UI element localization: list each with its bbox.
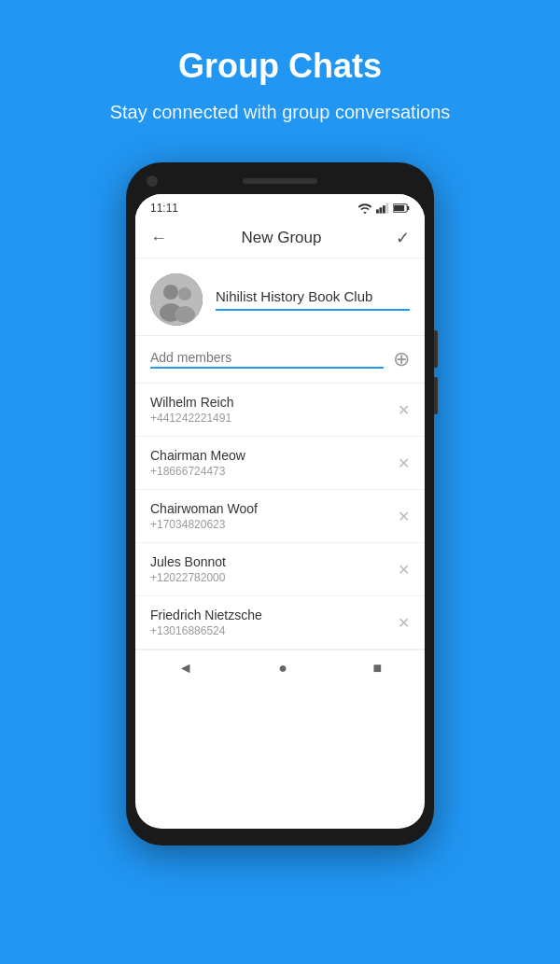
member-info: Jules Bonnot +12022782000 — [150, 554, 226, 584]
member-item: Chairwoman Woof +17034820623 ✕ — [135, 490, 425, 543]
avatar-placeholder — [150, 273, 203, 326]
remove-member-button[interactable]: ✕ — [398, 561, 410, 579]
status-time: 11:11 — [150, 202, 178, 215]
member-item: Chairman Meow +18666724473 ✕ — [135, 437, 425, 490]
add-member-icon[interactable]: ⊕ — [393, 347, 410, 371]
app-bar: ← New Group ✓ — [135, 218, 425, 258]
svg-point-8 — [163, 285, 178, 300]
back-nav-icon[interactable]: ◄ — [178, 660, 193, 677]
svg-point-10 — [178, 287, 191, 300]
phone-notch — [135, 175, 425, 194]
back-button[interactable]: ← — [150, 229, 167, 248]
member-name: Jules Bonnot — [150, 554, 226, 569]
confirm-button[interactable]: ✓ — [396, 228, 410, 248]
battery-icon — [393, 203, 410, 214]
phone-mockup: 11:11 — [0, 162, 560, 845]
group-name-input[interactable] — [216, 288, 410, 304]
wifi-icon — [357, 203, 372, 214]
svg-rect-0 — [376, 209, 379, 213]
remove-member-button[interactable]: ✕ — [398, 401, 410, 419]
status-icons — [357, 203, 410, 214]
page-title: Group Chats — [56, 47, 504, 86]
member-name: Chairwoman Woof — [150, 501, 258, 516]
volume-button — [434, 377, 438, 414]
power-button — [434, 330, 438, 368]
member-info: Chairwoman Woof +17034820623 — [150, 501, 258, 531]
phone-frame: 11:11 — [126, 162, 434, 845]
member-name: Chairman Meow — [150, 448, 245, 463]
nav-bar: ◄ ● ■ — [135, 650, 425, 686]
front-camera — [147, 175, 158, 187]
add-members-row[interactable]: ⊕ — [135, 336, 425, 384]
home-nav-icon[interactable]: ● — [278, 660, 287, 677]
phone-speaker — [243, 178, 317, 184]
member-info: Wilhelm Reich +441242221491 — [150, 395, 233, 425]
member-info: Friedrich Nietzsche +13016886524 — [150, 608, 262, 637]
member-phone: +441242221491 — [150, 412, 233, 425]
svg-point-11 — [175, 306, 195, 323]
group-info-row — [135, 258, 425, 336]
member-name: Wilhelm Reich — [150, 395, 233, 410]
status-bar: 11:11 — [135, 194, 425, 218]
member-phone: +12022782000 — [150, 571, 226, 584]
member-list: Wilhelm Reich +441242221491 ✕ Chairman M… — [135, 384, 425, 650]
svg-rect-5 — [407, 206, 409, 210]
member-name: Friedrich Nietzsche — [150, 608, 262, 622]
phone-screen: 11:11 — [135, 194, 425, 829]
svg-rect-1 — [380, 207, 383, 213]
svg-rect-6 — [394, 205, 404, 211]
member-item: Friedrich Nietzsche +13016886524 ✕ — [135, 596, 425, 650]
svg-rect-3 — [386, 203, 389, 213]
add-members-input[interactable] — [150, 350, 384, 369]
remove-member-button[interactable]: ✕ — [398, 454, 410, 472]
member-item: Wilhelm Reich +441242221491 ✕ — [135, 384, 425, 437]
recents-nav-icon[interactable]: ■ — [373, 660, 383, 677]
group-avatar-image — [150, 273, 203, 326]
header-section: Group Chats Stay connected with group co… — [0, 0, 560, 153]
group-avatar[interactable] — [150, 273, 203, 326]
signal-icon — [376, 203, 389, 214]
member-phone: +13016886524 — [150, 624, 262, 637]
remove-member-button[interactable]: ✕ — [398, 614, 410, 632]
member-phone: +17034820623 — [150, 518, 258, 531]
group-name-wrapper — [216, 288, 410, 311]
page-subtitle: Stay connected with group conversations — [56, 99, 504, 125]
app-bar-title: New Group — [242, 229, 322, 247]
svg-rect-2 — [383, 205, 385, 213]
member-item: Jules Bonnot +12022782000 ✕ — [135, 543, 425, 596]
member-phone: +18666724473 — [150, 465, 245, 478]
remove-member-button[interactable]: ✕ — [398, 508, 410, 525]
member-info: Chairman Meow +18666724473 — [150, 448, 245, 478]
